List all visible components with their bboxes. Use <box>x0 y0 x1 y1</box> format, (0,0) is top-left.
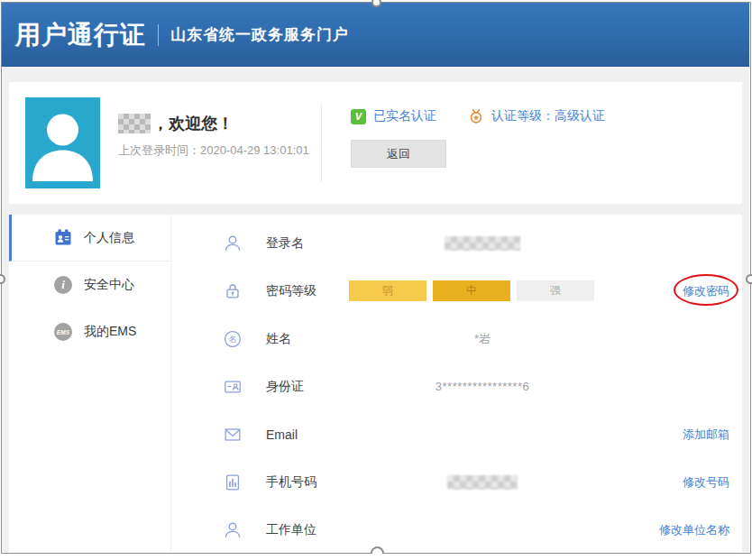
field-label: Email <box>266 427 349 442</box>
field-value: 3****************6 <box>349 380 616 393</box>
sidebar: 个人信息 i 安全中心 EMS 我的EMS <box>9 215 171 552</box>
row-phone: 手机号码 修改号码 <box>171 458 742 506</box>
field-label: 身份证 <box>266 379 349 395</box>
name-circle-icon: 名 <box>223 329 243 349</box>
profile-card: 个人信息 i 安全中心 EMS 我的EMS 登录名 <box>9 215 742 552</box>
sidebar-item-my-ems[interactable]: EMS 我的EMS <box>9 308 170 355</box>
welcome-text: ，欢迎您！ <box>152 113 234 134</box>
phone-bars-icon <box>223 473 243 492</box>
field-label: 工作单位 <box>266 522 349 538</box>
envelope-icon <box>223 425 243 445</box>
row-name: 名 姓名 *岩 <box>171 315 742 363</box>
back-button[interactable]: 返回 <box>351 140 446 168</box>
sidebar-label: 个人信息 <box>84 230 134 246</box>
add-email-link[interactable]: 添加邮箱 <box>683 427 729 441</box>
selection-handle-right[interactable] <box>746 274 752 284</box>
avatar-person-icon <box>25 97 100 188</box>
user-icon <box>223 520 243 540</box>
field-label: 姓名 <box>266 331 349 347</box>
id-card-icon <box>223 377 243 397</box>
info-icon: i <box>54 276 72 294</box>
redacted-login-name <box>445 236 520 251</box>
strength-bar-strong: 强 <box>517 280 594 301</box>
medal-icon <box>468 108 484 124</box>
page-title: 用户通行证 <box>15 18 146 52</box>
row-employer: 工作单位 修改单位名称 <box>171 506 742 554</box>
profile-fields: 登录名 密码等级 弱 中 强 修改密码 <box>171 219 742 554</box>
realname-verified-badge: V 已实名认证 <box>351 108 436 124</box>
sidebar-item-personal-info[interactable]: 个人信息 <box>9 215 170 262</box>
sidebar-item-security-center[interactable]: i 安全中心 <box>9 262 170 308</box>
portal-header: 用户通行证 山东省统一政务服务门户 <box>2 3 749 67</box>
field-action: 添加邮箱 <box>616 426 742 443</box>
auth-level-badge: 认证等级：高级认证 <box>468 108 605 124</box>
field-label: 手机号码 <box>266 474 349 491</box>
svg-text:名: 名 <box>228 335 236 344</box>
row-password-level: 密码等级 弱 中 强 修改密码 <box>171 267 742 315</box>
lock-icon <box>223 281 243 301</box>
sidebar-label: 我的EMS <box>84 324 136 340</box>
field-label: 密码等级 <box>266 283 349 299</box>
avatar <box>25 97 100 188</box>
strength-bar-medium: 中 <box>433 280 510 301</box>
row-email: Email 添加邮箱 <box>171 410 742 458</box>
change-password-link[interactable]: 修改密码 <box>683 284 729 298</box>
change-employer-link[interactable]: 修改单位名称 <box>659 523 729 537</box>
welcome-line: ，欢迎您！ <box>118 113 234 134</box>
redacted-username <box>118 114 151 133</box>
header-divider <box>158 24 159 46</box>
field-action: 修改号码 <box>616 473 742 491</box>
user-info-card: ，欢迎您！ 上次登录时间：2020-04-29 13:01:01 V 已实名认证… <box>9 82 742 204</box>
field-action: 修改单位名称 <box>616 521 742 538</box>
ems-icon: EMS <box>54 323 72 341</box>
strength-bar-weak: 弱 <box>349 280 426 301</box>
redacted-phone-number <box>447 475 518 490</box>
field-action: 修改密码 <box>616 282 742 299</box>
password-strength-bars: 弱 中 强 <box>349 280 616 301</box>
realname-badge-label: 已实名认证 <box>373 108 436 124</box>
user-icon <box>223 234 243 253</box>
field-label: 登录名 <box>266 235 349 252</box>
auth-level-label: 认证等级：高级认证 <box>491 108 605 124</box>
card-divider <box>321 104 322 182</box>
id-badge-icon <box>54 229 72 247</box>
field-value <box>349 474 616 490</box>
sidebar-label: 安全中心 <box>84 277 134 293</box>
last-login-time: 上次登录时间：2020-04-29 13:01:01 <box>118 142 309 159</box>
field-value: *岩 <box>349 331 616 347</box>
change-phone-link[interactable]: 修改号码 <box>683 475 729 489</box>
verified-check-icon: V <box>351 109 366 124</box>
selection-handle-bottom[interactable] <box>371 546 384 554</box>
row-id-card: 身份证 3****************6 <box>171 363 742 410</box>
red-circle-annotation: 修改密码 <box>683 282 729 299</box>
field-value <box>349 235 616 251</box>
portal-subtitle: 山东省统一政务服务门户 <box>170 24 349 45</box>
row-login-name: 登录名 <box>171 219 742 267</box>
